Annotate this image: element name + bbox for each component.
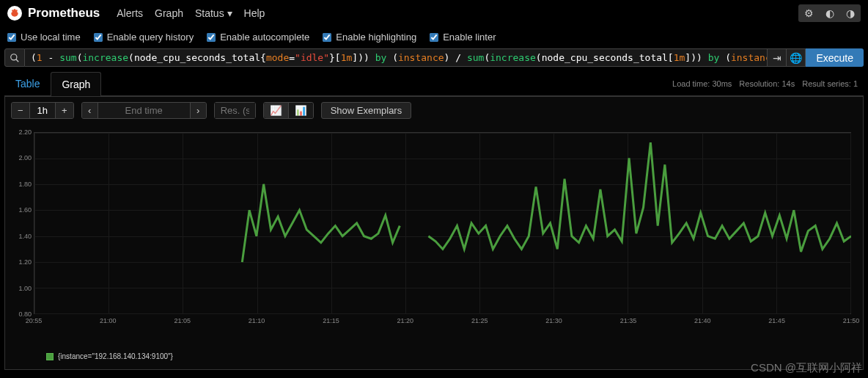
settings-button[interactable]: ⚙ (798, 4, 820, 22)
brand[interactable]: Prometheus (7, 6, 100, 21)
stat-result-series: Result series: 1 (802, 79, 858, 88)
y-tick-label: 2.00 (18, 154, 32, 161)
nav-graph[interactable]: Graph (149, 1, 189, 25)
chart[interactable]: 0.801.001.201.401.601.802.002.2020:5521:… (10, 128, 858, 352)
stacked-chart-button[interactable]: 📊 (289, 103, 313, 118)
svg-point-0 (11, 54, 17, 59)
x-tick-label: 21:50 (843, 317, 860, 324)
y-tick-label: 2.20 (18, 128, 32, 136)
tab-table[interactable]: Table (4, 71, 51, 95)
time-forward-button[interactable]: › (190, 103, 206, 118)
format-icon: ⇥ (773, 52, 781, 64)
x-tick-label: 21:35 (620, 317, 637, 324)
y-tick-label: 1.20 (18, 258, 32, 266)
bar-chart-icon: 📊 (295, 105, 307, 116)
x-tick-label: 21:00 (100, 317, 117, 324)
x-tick-label: 21:15 (323, 317, 339, 324)
end-time-input[interactable] (98, 103, 190, 118)
stat-load-time: Load time: 30ms (672, 79, 732, 88)
caret-down-icon: ▾ (227, 7, 232, 19)
x-tick-label: 21:40 (694, 317, 711, 324)
x-tick-label: 21:10 (249, 317, 265, 324)
range-group: − 1h + (11, 102, 74, 119)
x-tick-label: 21:30 (545, 317, 562, 324)
chevron-left-icon: ‹ (88, 105, 91, 116)
legend-swatch (46, 353, 54, 360)
range-increase-button[interactable]: + (55, 103, 73, 118)
range-value[interactable]: 1h (30, 103, 55, 118)
x-tick-label: 20:55 (26, 317, 43, 324)
nav-status[interactable]: Status ▾ (189, 1, 238, 25)
check-local-time[interactable]: Use local time (7, 32, 81, 43)
x-tick-label: 21:20 (397, 317, 414, 324)
chevron-right-icon: › (196, 105, 199, 116)
x-tick-label: 21:45 (768, 317, 785, 324)
show-exemplars-button[interactable]: Show Exemplars (321, 102, 412, 119)
legend-label: {instance="192.168.140.134:9100"} (58, 352, 173, 360)
plus-icon: + (62, 105, 67, 116)
y-tick-label: 1.80 (18, 181, 32, 188)
contrast-button[interactable]: ◑ (840, 4, 861, 22)
time-back-button[interactable]: ‹ (82, 103, 98, 118)
minus-icon: − (18, 105, 23, 116)
format-button[interactable]: ⇥ (768, 48, 787, 67)
check-highlighting[interactable]: Enable highlighting (323, 32, 416, 43)
metrics-explorer-button[interactable] (4, 48, 25, 67)
check-linter[interactable]: Enable linter (430, 32, 496, 43)
execute-button[interactable]: Execute (806, 48, 864, 67)
x-tick-label: 21:05 (174, 317, 191, 324)
theme-button[interactable]: ◐ (820, 4, 840, 22)
nav-help[interactable]: Help (238, 1, 271, 25)
search-icon (10, 53, 20, 63)
chart-type-toggle: 📈 📊 (263, 102, 314, 119)
resolution-group (214, 102, 256, 119)
tab-graph[interactable]: Graph (51, 72, 101, 96)
expression-input[interactable]: (1 - sum(increase(node_cpu_seconds_total… (25, 48, 768, 67)
stat-resolution: Resolution: 14s (739, 79, 795, 88)
x-tick-label: 21:25 (471, 317, 488, 324)
globe-icon: 🌐 (790, 52, 802, 64)
prometheus-logo-icon (7, 6, 22, 21)
y-tick-label: 1.60 (18, 206, 32, 214)
watermark: CSDN @互联网小阿祥 (751, 361, 862, 375)
brand-text: Prometheus (28, 6, 100, 21)
line-chart-icon: 📈 (270, 105, 282, 116)
contrast-icon: ◑ (846, 7, 855, 19)
end-time-group: ‹ › (81, 102, 207, 119)
globe-button[interactable]: 🌐 (787, 48, 806, 67)
y-tick-label: 1.40 (18, 233, 32, 240)
resolution-input[interactable] (215, 103, 255, 118)
check-query-history[interactable]: Enable query history (94, 32, 194, 43)
nav-alerts[interactable]: Alerts (111, 1, 149, 25)
y-tick-label: 1.00 (18, 285, 32, 292)
line-chart-button[interactable]: 📈 (264, 103, 289, 118)
moon-icon: ◐ (825, 7, 834, 19)
range-decrease-button[interactable]: − (12, 103, 30, 118)
svg-line-1 (16, 59, 19, 62)
check-autocomplete[interactable]: Enable autocomplete (207, 32, 309, 43)
gear-icon: ⚙ (804, 7, 814, 19)
